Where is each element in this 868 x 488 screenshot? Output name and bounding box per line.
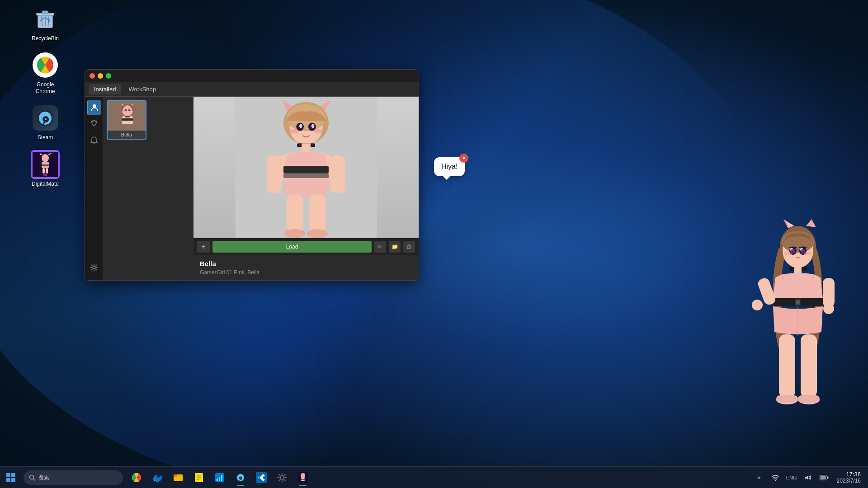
taskbar-clock[interactable]: 17:36 2023/7/16 (833, 471, 864, 484)
sidebar-item-profile[interactable] (87, 100, 101, 115)
system-tray-expand[interactable] (752, 470, 766, 485)
language-indicator[interactable]: ENG (784, 470, 799, 485)
digitalmate-label: DigitalMate (32, 181, 59, 187)
sidebar (85, 97, 103, 280)
svg-rect-49 (267, 155, 282, 193)
character-card-bella[interactable]: Bella (107, 100, 146, 140)
window-close-button[interactable] (90, 73, 95, 79)
character-thumb-bella (108, 101, 146, 131)
characters-panel: Bella (103, 97, 193, 280)
taskbar-app-taskmanager[interactable] (210, 468, 230, 488)
search-icon (29, 474, 35, 481)
svg-point-21 (93, 266, 95, 269)
svg-point-76 (752, 300, 763, 310)
svg-rect-47 (283, 166, 329, 174)
clock-time: 17:36 (837, 471, 861, 478)
svg-point-10 (42, 154, 49, 162)
taskbar-system-tray: ENG 17:36 2023/7/16 (752, 470, 868, 485)
svg-point-29 (128, 109, 131, 111)
window-body: Bella (85, 97, 419, 280)
taskbar-app-digitalmate[interactable] (293, 468, 313, 488)
svg-point-8 (45, 118, 47, 120)
desktop-3d-character (705, 192, 832, 472)
svg-rect-15 (42, 168, 45, 174)
tab-installed[interactable]: Installed (89, 84, 121, 94)
steam-icon[interactable]: Steam (27, 103, 63, 141)
desktop-icons: RecycleBin Google Chrome (27, 5, 63, 187)
sidebar-item-settings[interactable] (87, 262, 101, 277)
svg-rect-14 (42, 164, 49, 166)
steam-label: Steam (38, 134, 53, 141)
taskbar-search[interactable]: 搜索 (24, 470, 123, 485)
svg-rect-50 (330, 155, 345, 193)
folder-character-button[interactable]: 📁 (389, 241, 401, 253)
character-info: Bella GamerGirl 01 Pink, Bella (193, 255, 419, 280)
svg-text:DM: DM (43, 174, 47, 177)
character-name-bella: Bella (108, 131, 146, 139)
volume-icon[interactable] (801, 470, 815, 485)
svg-rect-91 (174, 474, 177, 477)
sidebar-item-notifications[interactable] (87, 133, 101, 147)
taskbar-apps (127, 468, 313, 488)
window-minimize-button[interactable] (98, 73, 103, 79)
add-character-button[interactable]: + (197, 241, 210, 253)
network-icon[interactable] (768, 470, 783, 485)
app-window: Installed WorkShop (85, 69, 419, 281)
taskbar-app-steam[interactable] (231, 468, 250, 488)
svg-point-27 (123, 105, 132, 115)
windows-logo (6, 473, 15, 482)
svg-rect-48 (283, 174, 329, 178)
content-area: Bella (103, 97, 419, 280)
svg-rect-77 (823, 278, 835, 307)
svg-rect-97 (217, 479, 218, 481)
taskbar-app-notes[interactable] (189, 468, 209, 488)
svg-point-43 (289, 129, 298, 134)
action-bar: + Load ✏ 📁 🗑 (193, 238, 419, 255)
recycle-bin-label: RecycleBin (32, 35, 59, 42)
taskbar-app-chrome[interactable] (127, 468, 146, 488)
svg-point-54 (307, 229, 328, 238)
svg-rect-51 (287, 194, 303, 232)
taskbar-app-vscode[interactable] (251, 468, 271, 488)
svg-point-42 (311, 124, 315, 128)
svg-point-111 (774, 479, 775, 480)
svg-rect-2 (42, 11, 48, 14)
svg-point-78 (823, 303, 834, 314)
svg-point-20 (95, 121, 97, 122)
battery-icon[interactable] (817, 470, 831, 485)
edit-character-button[interactable]: ✏ (374, 241, 386, 253)
window-maximize-button[interactable] (106, 73, 111, 79)
svg-rect-82 (776, 395, 798, 403)
svg-rect-114 (820, 475, 826, 479)
svg-point-41 (299, 124, 302, 128)
svg-rect-98 (219, 477, 220, 481)
svg-rect-73 (796, 300, 800, 305)
start-button[interactable] (0, 467, 22, 488)
svg-point-67 (784, 252, 792, 255)
load-character-button[interactable]: Load (212, 241, 372, 253)
google-chrome-icon[interactable]: Google Chrome (27, 51, 63, 94)
svg-rect-52 (309, 194, 326, 232)
recycle-bin-icon[interactable]: RecycleBin (27, 5, 63, 42)
search-placeholder: 搜索 (38, 474, 50, 482)
svg-point-104 (280, 476, 284, 479)
svg-point-68 (804, 252, 812, 255)
digitalmate-icon[interactable]: DM DigitalMate (27, 150, 63, 187)
svg-rect-110 (301, 479, 305, 480)
svg-rect-79 (779, 334, 795, 398)
preview-image (193, 97, 419, 238)
svg-point-44 (314, 129, 323, 134)
svg-point-32 (125, 116, 130, 117)
svg-rect-31 (122, 118, 133, 121)
taskbar-app-settings[interactable] (272, 468, 292, 488)
tab-workshop[interactable]: WorkShop (123, 84, 161, 94)
taskbar-app-explorer[interactable] (168, 468, 188, 488)
svg-point-102 (241, 478, 241, 479)
svg-point-53 (284, 229, 306, 238)
sidebar-item-companion[interactable] (87, 117, 101, 131)
window-titlebar (85, 70, 419, 82)
svg-rect-113 (827, 476, 828, 479)
delete-character-button[interactable]: 🗑 (403, 241, 415, 253)
taskbar-app-edge[interactable] (147, 468, 167, 488)
svg-rect-46 (302, 143, 311, 152)
